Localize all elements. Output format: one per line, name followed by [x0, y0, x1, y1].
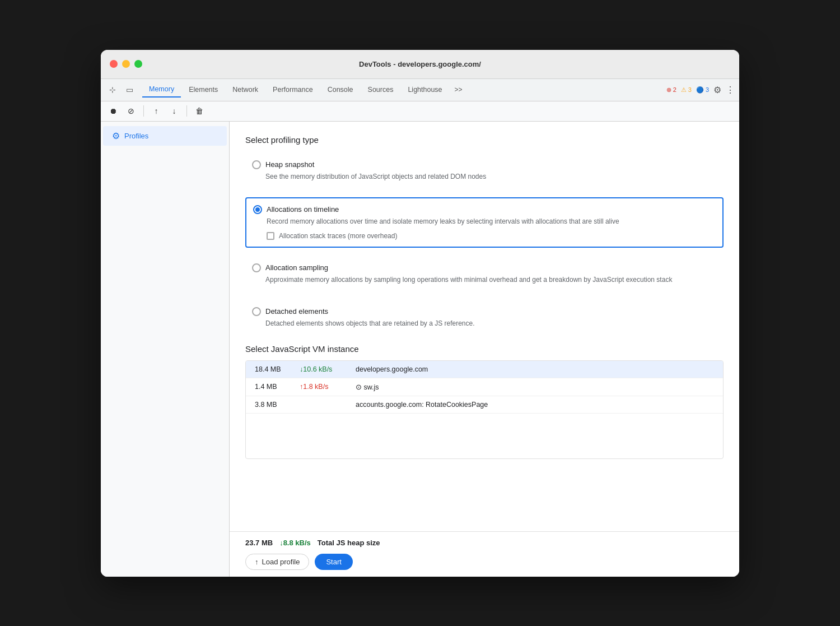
total-heap-label: Total JS heap size [318, 539, 380, 547]
profiles-icon: ⚙ [112, 131, 120, 141]
content-area: Select profiling type Heap snapshot See … [230, 122, 739, 531]
window-title: DevTools - developers.google.com/ [359, 60, 481, 68]
vm-row-2[interactable]: 1.4 MB ↑1.8 kB/s ⊙ sw.js [246, 378, 723, 396]
vm-size-3: 3.8 MB [255, 401, 300, 409]
more-tabs-button[interactable]: >> [450, 82, 467, 97]
maximize-button[interactable] [134, 60, 142, 68]
minimize-button[interactable] [122, 60, 130, 68]
vm-name-3: accounts.google.com: RotateCookiesPage [356, 401, 714, 409]
vm-speed-2: ↑1.8 kB/s [300, 383, 356, 391]
option-heap-snapshot[interactable]: Heap snapshot See the memory distributio… [245, 154, 724, 188]
footer: 23.7 MB ↓8.8 kB/s Total JS heap size ↑ L… [230, 531, 739, 577]
tab-performance[interactable]: Performance [266, 82, 320, 97]
upload-icon: ↑ [255, 558, 259, 566]
sidebar-item-profiles[interactable]: ⚙ Profiles [103, 126, 227, 146]
close-button[interactable] [110, 60, 118, 68]
total-heap-size: 23.7 MB [245, 539, 273, 547]
vm-table: 18.4 MB ↓10.6 kB/s developers.google.com… [245, 360, 724, 459]
detached-elements-label: Detached elements [265, 307, 328, 316]
devtools-window: DevTools - developers.google.com/ ⊹ ▭ Me… [101, 50, 739, 577]
vm-speed-1: ↓10.6 kB/s [300, 365, 356, 373]
footer-stats: 23.7 MB ↓8.8 kB/s Total JS heap size [245, 539, 724, 547]
tab-console[interactable]: Console [321, 82, 360, 97]
option-sampling-header: Allocation sampling [252, 263, 717, 272]
heap-snapshot-label: Heap snapshot [265, 160, 314, 169]
radio-allocations-timeline[interactable] [253, 205, 262, 214]
settings-icon[interactable]: ⚙ [713, 85, 721, 95]
allocation-sampling-label: Allocation sampling [265, 263, 328, 272]
upload-button[interactable]: ↑ [148, 103, 164, 119]
toolbar-separator-1 [143, 105, 144, 117]
vm-row-3[interactable]: 3.8 MB accounts.google.com: RotateCookie… [246, 396, 723, 414]
radio-detached-elements[interactable] [252, 307, 261, 316]
vm-name-1: developers.google.com [356, 365, 714, 373]
traffic-lights [110, 60, 142, 68]
option-allocations-timeline[interactable]: Allocations on timeline Record memory al… [245, 197, 724, 248]
download-button[interactable]: ↓ [166, 103, 182, 119]
error-badge-yellow: ⚠ 3 [681, 86, 692, 94]
vm-name-2: ⊙ sw.js [356, 383, 714, 391]
collect-garbage-button[interactable]: 🗑 [192, 103, 207, 119]
more-options-icon[interactable]: ⋮ [726, 85, 735, 95]
option-heap-header: Heap snapshot [252, 160, 717, 169]
vm-section-title: Select JavaScript VM instance [245, 344, 724, 354]
error-badge-red: ⊗ 2 [666, 86, 676, 94]
vm-size-1: 18.4 MB [255, 365, 300, 373]
toolbar: ⏺ ⊘ ↑ ↓ 🗑 [101, 101, 739, 122]
tabbar: ⊹ ▭ Memory Elements Network Performance … [101, 79, 739, 101]
option-detached-elements[interactable]: Detached elements Detached elements show… [245, 300, 724, 335]
tab-memory[interactable]: Memory [142, 82, 181, 98]
record-button[interactable]: ⏺ [105, 103, 121, 119]
load-profile-button[interactable]: ↑ Load profile [245, 554, 309, 570]
allocation-sampling-desc: Approximate memory allocations by sampli… [265, 275, 717, 285]
option-allocation-sampling[interactable]: Allocation sampling Approximate memory a… [245, 257, 724, 291]
titlebar: DevTools - developers.google.com/ [101, 50, 739, 79]
option-alloc-header: Allocations on timeline [253, 205, 716, 214]
footer-buttons: ↑ Load profile Start [245, 554, 724, 570]
section-title: Select profiling type [245, 135, 724, 145]
allocations-timeline-desc: Record memory allocations over time and … [267, 216, 716, 226]
toolbar-separator-2 [186, 105, 187, 117]
heap-snapshot-desc: See the memory distribution of JavaScrip… [265, 171, 717, 182]
vm-row-1[interactable]: 18.4 MB ↓10.6 kB/s developers.google.com [246, 361, 723, 378]
inspect-icon[interactable]: ⊹ [105, 82, 120, 97]
alloc-stack-traces-checkbox[interactable] [267, 232, 274, 240]
radio-heap-snapshot[interactable] [252, 160, 261, 169]
tabbar-right: ⊗ 2 ⚠ 3 🔵 3 ⚙ ⋮ [666, 85, 735, 95]
tab-sources[interactable]: Sources [361, 82, 400, 97]
tab-elements[interactable]: Elements [182, 82, 225, 97]
vm-table-empty [246, 414, 723, 458]
total-heap-speed: ↓8.8 kB/s [279, 539, 311, 547]
start-button[interactable]: Start [315, 554, 352, 570]
allocations-timeline-label: Allocations on timeline [267, 205, 339, 214]
sidebar-profiles-label: Profiles [124, 132, 148, 140]
stop-button[interactable]: ⊘ [123, 103, 139, 119]
option-detached-header: Detached elements [252, 307, 717, 316]
alloc-stack-traces-label: Allocation stack traces (more overhead) [279, 232, 397, 240]
alloc-stack-traces-row: Allocation stack traces (more overhead) [267, 232, 716, 240]
detached-elements-desc: Detached elements shows objects that are… [265, 318, 717, 328]
device-icon[interactable]: ▭ [122, 82, 137, 97]
devtools-icons: ⊹ ▭ [105, 82, 137, 97]
vm-size-2: 1.4 MB [255, 383, 300, 391]
main-layout: ⚙ Profiles Select profiling type Heap sn… [101, 122, 739, 577]
radio-allocation-sampling[interactable] [252, 263, 261, 272]
tab-lighthouse[interactable]: Lighthouse [401, 82, 449, 97]
sidebar: ⚙ Profiles [101, 122, 230, 577]
tab-network[interactable]: Network [226, 82, 265, 97]
load-profile-label: Load profile [262, 558, 300, 566]
error-badge-blue: 🔵 3 [696, 86, 709, 94]
